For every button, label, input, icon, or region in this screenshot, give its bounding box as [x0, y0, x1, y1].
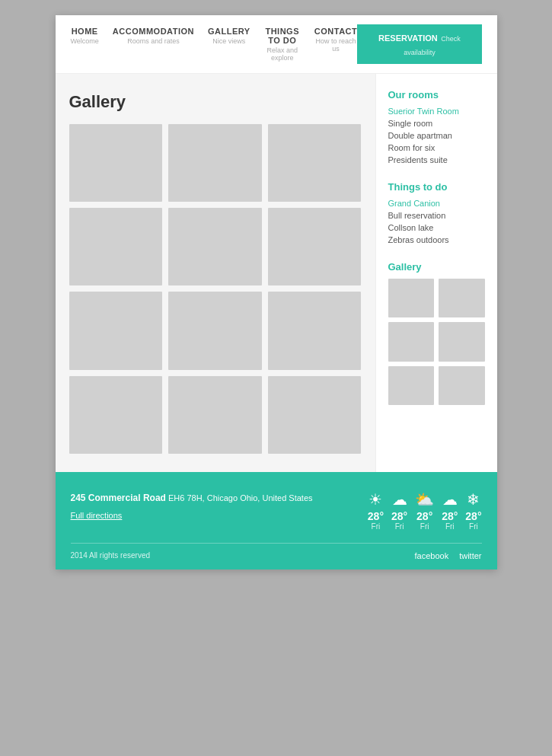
sidebar-thumb-3[interactable] [388, 322, 435, 361]
sidebar-thumb-4[interactable] [439, 322, 485, 361]
weather-label-2: Fri [391, 522, 407, 531]
weather-icon-1: ☀ [368, 490, 384, 509]
sidebar: Our rooms Suerior Twin Room Single room … [375, 74, 497, 472]
weather-day-2: ☁ 28° Fri [391, 490, 407, 531]
gallery-thumb-7[interactable] [69, 292, 163, 369]
weather-temp-5: 28° [465, 510, 481, 522]
sidebar-rooms-item-1[interactable]: Single room [388, 119, 485, 128]
nav-home-label: HOME [71, 27, 99, 36]
weather-day-4: ☁ 28° Fri [442, 490, 458, 531]
main-content: Gallery Our rooms Suerior Twin [56, 74, 497, 472]
nav-accommodation-label: ACCOMMODATION [113, 27, 194, 36]
weather-icon-2: ☁ [391, 490, 407, 509]
nav-things-sub: Relax and explore [264, 46, 301, 62]
weather-label-3: Fri [415, 522, 434, 531]
footer: 245 Commercial Road EH6 78H, Chicago Ohi… [56, 472, 497, 569]
nav-contact[interactable]: CONTACT How to reach us [314, 27, 357, 53]
gallery-thumb-5[interactable] [168, 208, 262, 285]
reservation-label: RESERVATION [378, 33, 438, 43]
sidebar-gallery-heading: Gallery [388, 261, 485, 273]
gallery-thumb-8[interactable] [168, 292, 262, 369]
footer-address-line2: Ohio, United States [240, 493, 312, 502]
footer-twitter-link[interactable]: twitter [459, 551, 481, 560]
sidebar-rooms-item-3[interactable]: Room for six [388, 143, 485, 152]
weather-temp-3: 28° [415, 510, 434, 522]
footer-address-title: 245 Commercial Road [71, 493, 166, 503]
sidebar-thumb-1[interactable] [388, 279, 435, 317]
nav-accommodation[interactable]: ACCOMMODATION Rooms and rates [113, 27, 194, 45]
gallery-thumb-4[interactable] [69, 208, 163, 285]
nav-things-label: THINGS TO DO [264, 27, 301, 45]
gallery-thumb-10[interactable] [69, 376, 163, 454]
sidebar-rooms-section: Our rooms Suerior Twin Room Single room … [388, 89, 485, 164]
nav-contact-label: CONTACT [314, 27, 357, 36]
weather-icon-4: ☁ [442, 490, 458, 509]
footer-address: 245 Commercial Road EH6 78H, Chicago Ohi… [71, 490, 313, 523]
sidebar-thumb-2[interactable] [439, 279, 485, 317]
navbar: HOME Welcome ACCOMMODATION Rooms and rat… [56, 15, 497, 74]
sidebar-things-section: Things to do Grand Canion Bull reservati… [388, 181, 485, 244]
weather-day-3: ⛅ 28° Fri [415, 490, 434, 531]
gallery-heading: Gallery [69, 92, 362, 112]
nav-items: HOME Welcome ACCOMMODATION Rooms and rat… [71, 27, 358, 62]
footer-bottom: 2014 All rights reserved facebook twitte… [71, 543, 482, 560]
reservation-button[interactable]: RESERVATION Check availability [357, 24, 481, 64]
weather-day-5: ❄ 28° Fri [465, 490, 481, 531]
nav-home[interactable]: HOME Welcome [71, 27, 99, 45]
sidebar-thumb-5[interactable] [388, 366, 435, 405]
sidebar-rooms-active[interactable]: Suerior Twin Room [388, 107, 485, 116]
nav-home-sub: Welcome [71, 37, 99, 45]
gallery-thumb-12[interactable] [268, 376, 362, 454]
gallery-thumb-1[interactable] [69, 124, 163, 202]
gallery-section: Gallery [56, 74, 375, 472]
sidebar-gallery-section: Gallery [388, 261, 485, 405]
gallery-thumb-11[interactable] [168, 376, 262, 454]
weather-label-1: Fri [368, 522, 384, 531]
weather-row: ☀ 28° Fri ☁ 28° Fri ⛅ 28° Fri ☁ 28° [368, 490, 482, 531]
page-wrapper: HOME Welcome ACCOMMODATION Rooms and rat… [56, 15, 497, 569]
weather-temp-4: 28° [442, 510, 458, 522]
gallery-grid [69, 124, 362, 454]
nav-gallery-label: GALLERY [208, 27, 250, 36]
weather-temp-2: 28° [391, 510, 407, 522]
footer-address-line1: EH6 78H, Chicago [168, 493, 238, 502]
weather-icon-3: ⛅ [415, 490, 434, 509]
nav-gallery-sub: Nice views [208, 37, 250, 45]
sidebar-things-active[interactable]: Grand Canion [388, 199, 485, 208]
footer-copyright: 2014 All rights reserved [71, 551, 151, 560]
footer-directions-link[interactable]: Full directions [71, 509, 313, 523]
gallery-thumb-9[interactable] [268, 292, 362, 369]
sidebar-rooms-item-2[interactable]: Double apartman [388, 131, 485, 140]
footer-facebook-link[interactable]: facebook [415, 551, 449, 560]
sidebar-things-item-2[interactable]: Collson lake [388, 223, 485, 232]
sidebar-rooms-heading: Our rooms [388, 89, 485, 100]
sidebar-things-item-1[interactable]: Bull reservation [388, 211, 485, 220]
sidebar-rooms-item-4[interactable]: Presidents suite [388, 155, 485, 164]
gallery-thumb-3[interactable] [268, 124, 362, 202]
nav-contact-sub: How to reach us [314, 37, 357, 53]
sidebar-thumb-6[interactable] [439, 366, 485, 405]
nav-things[interactable]: THINGS TO DO Relax and explore [264, 27, 301, 62]
weather-temp-1: 28° [368, 510, 384, 522]
gallery-thumb-6[interactable] [268, 208, 362, 285]
weather-icon-5: ❄ [465, 490, 481, 509]
nav-accommodation-sub: Rooms and rates [113, 37, 194, 45]
weather-label-4: Fri [442, 522, 458, 531]
weather-label-5: Fri [465, 522, 481, 531]
gallery-thumb-2[interactable] [168, 124, 262, 202]
sidebar-things-heading: Things to do [388, 181, 485, 193]
footer-social: facebook twitter [415, 551, 482, 560]
sidebar-gallery-grid [388, 279, 485, 405]
footer-top: 245 Commercial Road EH6 78H, Chicago Ohi… [71, 490, 482, 531]
nav-gallery[interactable]: GALLERY Nice views [208, 27, 250, 45]
sidebar-things-item-3[interactable]: Zebras outdoors [388, 235, 485, 244]
weather-day-1: ☀ 28° Fri [368, 490, 384, 531]
